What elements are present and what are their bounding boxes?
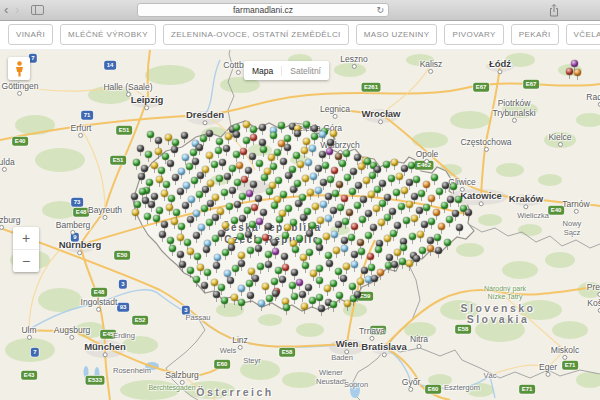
map-marker[interactable] xyxy=(310,173,317,180)
map-marker[interactable] xyxy=(233,131,240,138)
map-marker[interactable] xyxy=(330,301,337,308)
category-button-vinari[interactable]: VINAŘI xyxy=(8,24,53,45)
map-marker[interactable] xyxy=(184,239,191,246)
map-marker[interactable] xyxy=(357,239,364,246)
map-marker[interactable] xyxy=(301,147,308,154)
map-marker[interactable] xyxy=(147,131,154,138)
map-marker[interactable] xyxy=(141,165,148,172)
map-marker[interactable] xyxy=(215,147,222,154)
map-marker[interactable] xyxy=(377,269,384,276)
map-marker[interactable] xyxy=(303,121,310,128)
map-marker[interactable] xyxy=(151,193,158,200)
map-marker[interactable] xyxy=(316,277,323,284)
map-marker[interactable] xyxy=(360,196,367,203)
map-marker[interactable] xyxy=(153,215,160,222)
map-marker[interactable] xyxy=(178,223,185,230)
map-marker[interactable] xyxy=(166,204,173,211)
map-marker[interactable] xyxy=(278,122,285,129)
map-marker[interactable] xyxy=(223,145,230,152)
map-marker[interactable] xyxy=(224,270,231,277)
map-marker[interactable] xyxy=(386,254,393,261)
map-marker[interactable] xyxy=(211,161,218,168)
map-marker[interactable] xyxy=(214,254,221,261)
map-marker[interactable] xyxy=(284,135,291,142)
map-marker[interactable] xyxy=(368,264,375,271)
map-marker[interactable] xyxy=(187,216,194,223)
map-marker[interactable] xyxy=(247,247,254,254)
map-marker[interactable] xyxy=(418,190,425,197)
map-marker[interactable] xyxy=(206,130,213,137)
map-marker[interactable] xyxy=(133,159,140,166)
map-marker[interactable] xyxy=(391,261,398,268)
map-marker[interactable] xyxy=(359,216,366,223)
map-marker[interactable] xyxy=(181,132,188,139)
map-marker[interactable] xyxy=(300,254,307,261)
map-marker[interactable] xyxy=(206,152,213,159)
map-marker[interactable] xyxy=(423,204,430,211)
map-marker[interactable] xyxy=(436,188,443,195)
map-marker[interactable] xyxy=(236,162,243,169)
map-marker[interactable] xyxy=(177,188,184,195)
map-marker[interactable] xyxy=(132,209,139,216)
map-marker[interactable] xyxy=(256,160,263,167)
share-icon[interactable] xyxy=(549,3,559,21)
map-marker[interactable] xyxy=(456,224,463,231)
map-marker[interactable] xyxy=(163,181,170,188)
map-marker[interactable] xyxy=(203,246,210,253)
map-marker[interactable] xyxy=(396,173,403,180)
map-marker[interactable] xyxy=(442,182,449,189)
category-button-pivovary[interactable]: PIVOVARY xyxy=(444,24,503,45)
map-marker[interactable] xyxy=(258,300,265,307)
map-marker[interactable] xyxy=(244,207,251,214)
map-marker[interactable] xyxy=(148,201,155,208)
map-marker[interactable] xyxy=(246,280,253,287)
map-marker[interactable] xyxy=(330,130,337,137)
map-marker[interactable] xyxy=(156,207,163,214)
map-marker[interactable] xyxy=(325,252,332,259)
map-marker[interactable] xyxy=(441,202,448,209)
map-marker[interactable] xyxy=(224,173,231,180)
map-marker[interactable] xyxy=(261,174,268,181)
map-marker[interactable] xyxy=(207,200,214,207)
map-marker[interactable] xyxy=(444,239,451,246)
map-marker[interactable] xyxy=(233,124,240,131)
map-marker[interactable] xyxy=(455,196,462,203)
map-marker[interactable] xyxy=(155,148,162,155)
map-marker[interactable] xyxy=(238,299,245,306)
map-type-map-button[interactable]: Mapa xyxy=(244,66,282,76)
map-marker[interactable] xyxy=(234,179,241,186)
map-marker[interactable] xyxy=(232,265,239,272)
category-button-maso-uzeniny[interactable]: MASO UZENINY xyxy=(356,24,438,45)
map-marker[interactable] xyxy=(256,218,263,225)
map-marker[interactable] xyxy=(434,234,441,241)
map-marker[interactable] xyxy=(411,215,418,222)
map-marker[interactable] xyxy=(379,180,386,187)
map-marker[interactable] xyxy=(358,163,365,170)
map-marker[interactable] xyxy=(302,262,309,269)
map-marker[interactable] xyxy=(327,176,334,183)
map-marker[interactable] xyxy=(336,292,343,299)
map-marker[interactable] xyxy=(294,130,301,137)
zoom-out-button[interactable]: − xyxy=(13,249,39,272)
map-marker[interactable] xyxy=(291,293,298,300)
back-button[interactable]: ‹ xyxy=(4,1,8,18)
map-marker[interactable] xyxy=(373,205,380,212)
map-marker[interactable] xyxy=(270,132,277,139)
category-button-pekari[interactable]: PEKAŘI xyxy=(511,24,559,45)
map-marker[interactable] xyxy=(171,218,178,225)
map-marker[interactable] xyxy=(282,264,289,271)
map-marker[interactable] xyxy=(190,149,197,156)
map-marker[interactable] xyxy=(388,175,395,182)
map-marker[interactable] xyxy=(306,249,313,256)
map-marker[interactable] xyxy=(333,247,340,254)
map-marker[interactable] xyxy=(188,196,195,203)
map-marker[interactable] xyxy=(325,215,332,222)
map-marker[interactable] xyxy=(290,219,297,226)
map-marker[interactable] xyxy=(408,162,415,169)
map-marker[interactable] xyxy=(202,166,209,173)
map-marker[interactable] xyxy=(218,284,225,291)
map-marker[interactable] xyxy=(282,232,289,239)
map-marker[interactable] xyxy=(259,139,266,146)
map-marker[interactable] xyxy=(206,219,213,226)
map-marker[interactable] xyxy=(332,190,339,197)
